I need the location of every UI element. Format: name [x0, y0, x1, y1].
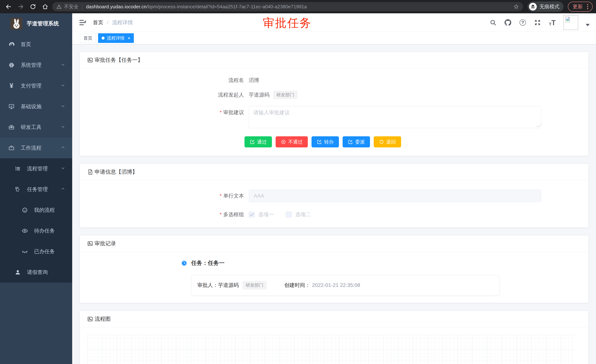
- suggestion-textarea[interactable]: [249, 106, 541, 128]
- navbar-actions: ? TT: [489, 15, 590, 30]
- yen-icon: ¥: [8, 82, 15, 89]
- chrome-update-button[interactable]: 更新: [568, 2, 593, 12]
- dashboard-icon: [8, 41, 15, 48]
- sidebar-item-task-mgmt[interactable]: 任务管理: [0, 179, 72, 200]
- search-icon[interactable]: [489, 19, 497, 26]
- clock-icon: [181, 260, 187, 266]
- breadcrumb-home[interactable]: 首页: [93, 19, 103, 26]
- application-info-card: 申请信息【滔博】 单行文本 多选框组 选项一: [80, 164, 589, 227]
- address-bar[interactable]: 不安全 dashboard.yudao.iocoder.cn/bpm/proce…: [52, 2, 523, 11]
- edit-icon: [317, 139, 322, 145]
- sidebar-item-process-mgmt[interactable]: 流程管理: [0, 158, 72, 179]
- github-icon[interactable]: [504, 19, 512, 26]
- browser-toolbar: 不安全 dashboard.yudao.iocoder.cn/bpm/proce…: [0, 0, 596, 13]
- font-size-icon[interactable]: TT: [549, 19, 556, 26]
- update-label: 更新: [573, 3, 583, 10]
- browser-menu-icon[interactable]: [586, 4, 589, 9]
- checkbox-group-label: 多选框组: [87, 211, 249, 218]
- home-icon[interactable]: [40, 1, 50, 12]
- sidebar-item-label: 工作流程: [21, 145, 41, 152]
- delegate-button[interactable]: 委派: [343, 136, 370, 147]
- breadcrumb-separator: /: [107, 20, 108, 26]
- avatar[interactable]: [563, 15, 578, 30]
- eye-closed-icon: [21, 248, 29, 255]
- sidebar-item-done-tasks[interactable]: 已办任务: [0, 241, 72, 262]
- incognito-badge: 无痕模式: [528, 1, 563, 12]
- card-title: 审批任务【任务一】: [95, 56, 143, 64]
- checkbox-checked-icon: [249, 211, 255, 218]
- card-header: 流程图: [80, 311, 589, 327]
- sidebar-item-workflow[interactable]: 工作流程: [0, 138, 72, 158]
- security-warning-icon[interactable]: [56, 4, 62, 9]
- caret-down-icon[interactable]: [586, 24, 590, 26]
- refresh-left-icon: [379, 139, 384, 145]
- tab-process-detail[interactable]: 流程详情 ×: [98, 33, 134, 43]
- back-icon[interactable]: [3, 1, 14, 12]
- app-title: 芋道管理系统: [27, 20, 59, 27]
- sidebar-item-my-process[interactable]: 我的流程: [0, 200, 72, 220]
- help-icon[interactable]: ?: [519, 19, 526, 26]
- sidebar-item-label: 研发工具: [21, 124, 41, 131]
- text-field-row: 单行文本: [87, 189, 581, 202]
- chevron-down-icon: [61, 166, 65, 172]
- navbar: 首页 / 流程详情 审批任务 ? TT: [72, 13, 596, 32]
- bookmark-star-icon[interactable]: [514, 4, 519, 9]
- sidebar-item-devtools[interactable]: 研发工具: [0, 117, 72, 138]
- dept-tag: 研发部门: [273, 91, 297, 99]
- gear-icon: [8, 61, 15, 69]
- sidebar-item-payment[interactable]: ¥ 支付管理: [0, 75, 72, 96]
- user-icon: [14, 269, 22, 276]
- sidebar-item-system[interactable]: 系统管理: [0, 55, 72, 75]
- chevron-down-icon: [61, 104, 65, 109]
- monitor-icon: [8, 103, 15, 110]
- sidebar-item-label: 已办任务: [34, 248, 55, 255]
- tags-view-bar: 首页 流程详情 ×: [72, 32, 596, 44]
- broken-image-icon: [564, 16, 571, 23]
- card-title: 审批记录: [95, 240, 116, 247]
- card-title: 申请信息【滔博】: [95, 168, 138, 176]
- url-host: dashboard.yudao.iocoder.cn: [86, 4, 147, 9]
- edit-icon: [250, 139, 255, 145]
- tab-home[interactable]: 首页: [80, 33, 96, 43]
- annotation-text: 审批任务: [263, 15, 312, 31]
- picture-icon: [87, 316, 93, 322]
- bpmn-canvas[interactable]: [87, 335, 575, 364]
- card-header: 申请信息【滔博】: [80, 164, 589, 180]
- sidebar-item-home[interactable]: 首页: [0, 34, 72, 55]
- tab-close-icon[interactable]: ×: [127, 36, 130, 41]
- record-item: 审批人： 芋道源码 研发部门 创建时间： 2022-01-21 22:35:08: [192, 275, 499, 295]
- checkbox-group-row: 多选框组 选项一 选项二: [87, 211, 581, 218]
- approver-value: 芋道源码: [218, 282, 239, 289]
- sidebar-item-leave-query[interactable]: 请假查询: [0, 262, 72, 283]
- approval-buttons: 通过 不通过 转办 委派: [245, 136, 581, 147]
- chevron-down-icon: [61, 124, 65, 130]
- url-divider: [82, 4, 82, 9]
- suggestion-row: 审批建议: [87, 106, 581, 128]
- transfer-button[interactable]: 转办: [312, 136, 339, 147]
- sidebar-item-infra[interactable]: 基础设施: [0, 96, 72, 117]
- app-logo: [10, 18, 22, 29]
- forward-icon[interactable]: [15, 1, 26, 12]
- sidebar-item-label: 系统管理: [21, 62, 41, 69]
- sidebar-item-label: 请假查询: [27, 269, 48, 276]
- process-diagram-card: 流程图: [80, 311, 589, 364]
- return-button[interactable]: 退回: [374, 136, 401, 147]
- card-header: 审批记录: [80, 235, 589, 252]
- approve-button[interactable]: 通过: [245, 136, 272, 147]
- security-label: 不安全: [64, 4, 78, 10]
- incognito-label: 无痕模式: [539, 3, 559, 10]
- hamburger-icon[interactable]: [78, 19, 87, 27]
- app-logo-row[interactable]: 芋道管理系统: [0, 13, 72, 34]
- fullscreen-icon[interactable]: [534, 19, 541, 26]
- reload-icon[interactable]: [28, 1, 38, 12]
- face-icon: [21, 206, 29, 214]
- sidebar-item-label: 我的流程: [34, 207, 55, 214]
- active-dot: [102, 37, 104, 40]
- reject-button[interactable]: 不通过: [276, 136, 308, 147]
- approver-label: 审批人：: [197, 282, 218, 289]
- checkbox-unchecked-icon: [286, 211, 292, 218]
- sidebar-item-todo-tasks[interactable]: 待办任务: [0, 220, 72, 241]
- tree-icon: [14, 186, 22, 193]
- approval-task-card: 审批任务【任务一】 流程名 滔博 流程发起人 芋道源码 研发部门: [80, 52, 589, 156]
- single-line-input: [249, 189, 541, 202]
